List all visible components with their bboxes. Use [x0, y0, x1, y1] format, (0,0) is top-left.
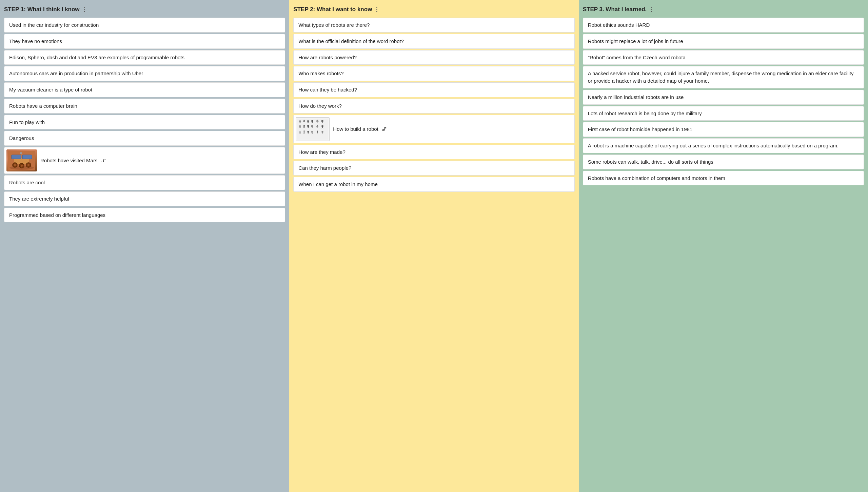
card-text: Fun to play with: [9, 119, 280, 126]
card-text: When I can get a robot in my home: [298, 181, 569, 188]
column-learned-title: STEP 3. What I learned.: [583, 6, 647, 13]
list-item: Edison, Sphero, dash and dot and EV3 are…: [4, 50, 285, 65]
svg-point-41: [300, 125, 301, 126]
list-item: They are extremely helpful: [4, 191, 285, 206]
attach-icon: 🖇: [101, 158, 106, 163]
mars-rover-image: [6, 149, 37, 171]
list-item: Some robots can walk, talk, drive... do …: [583, 155, 864, 169]
svg-rect-69: [304, 132, 305, 133]
svg-point-42: [303, 125, 305, 126]
list-item-mars: Robots have visited Mars 🖇: [4, 147, 285, 174]
list-item: Autonomous cars are in production in par…: [4, 66, 285, 81]
svg-rect-73: [308, 132, 309, 134]
svg-rect-24: [309, 122, 309, 123]
card-text: They are extremely helpful: [9, 195, 280, 203]
column-want-menu[interactable]: ⋮: [374, 6, 379, 13]
list-item: Who makes robots?: [293, 66, 574, 81]
card-text: Programmed based on different languages: [9, 211, 280, 219]
card-text: First case of robot homicide happened in…: [588, 126, 859, 133]
svg-point-54: [312, 126, 312, 126]
list-item: When I can get a robot in my home: [293, 177, 574, 192]
svg-rect-17: [301, 121, 301, 122]
card-text: "Robot" comes from the Czech word robota: [588, 54, 859, 61]
card-text: Robot ethics sounds HARD: [588, 21, 859, 29]
list-item: Fun to play with: [4, 115, 285, 130]
column-know-title: STEP 1: What I think I know: [4, 6, 80, 13]
card-text: They have no emotions: [9, 38, 280, 45]
svg-rect-60: [322, 125, 323, 127]
svg-rect-52: [311, 125, 313, 127]
column-know-menu[interactable]: ⋮: [82, 6, 87, 13]
card-text: Dangerous: [9, 135, 280, 142]
column-want-title: STEP 2: What I want to know: [293, 6, 372, 13]
attach-icon-robots: 🖇: [382, 126, 387, 132]
column-want-header: STEP 2: What I want to know ⋮: [293, 6, 574, 14]
svg-rect-64: [299, 131, 301, 132]
card-text: Some robots can walk, talk, drive... do …: [588, 158, 859, 166]
list-item: Can they harm people?: [293, 161, 574, 176]
svg-rect-29: [312, 123, 312, 123]
svg-point-31: [317, 120, 318, 121]
card-text: What is the official definition of the w…: [298, 38, 569, 45]
svg-rect-43: [304, 126, 305, 127]
column-learned-header: STEP 3. What I learned. ⋮: [583, 6, 864, 14]
list-item: How are they made?: [293, 145, 574, 160]
card-text: Nearly a million industrial robots are i…: [588, 94, 859, 101]
card-text: Autonomous cars are in production in par…: [9, 70, 280, 77]
card-text: Robots are cool: [9, 179, 280, 186]
card-text: A robot is a machine capable of carrying…: [588, 142, 859, 149]
svg-rect-30: [313, 123, 313, 123]
card-text: Can they harm people?: [298, 164, 569, 172]
svg-rect-15: [300, 122, 301, 123]
card-text: Who makes robots?: [298, 70, 569, 77]
list-item: Dangerous: [4, 131, 285, 146]
column-learned-menu[interactable]: ⋮: [649, 6, 654, 13]
card-text-mars: Robots have visited Mars: [40, 158, 97, 163]
svg-rect-35: [321, 120, 323, 122]
list-item: My vacuum cleaner is a type of robot: [4, 82, 285, 97]
svg-rect-51: [309, 125, 309, 126]
card-text: How do they work?: [298, 102, 569, 110]
list-item: What types of robots are there?: [293, 18, 574, 33]
svg-rect-59: [318, 126, 318, 127]
svg-rect-71: [304, 133, 305, 134]
svg-rect-63: [323, 128, 323, 128]
list-item: "Robot" comes from the Czech word robota: [583, 50, 864, 65]
list-item: Programmed based on different languages: [4, 208, 285, 223]
svg-rect-33: [316, 121, 317, 122]
svg-rect-72: [308, 131, 309, 132]
svg-rect-27: [312, 120, 313, 122]
svg-rect-53: [312, 127, 313, 128]
svg-rect-16: [299, 121, 300, 122]
svg-rect-50: [307, 125, 308, 126]
svg-rect-58: [316, 126, 317, 127]
svg-point-26: [309, 120, 309, 121]
svg-point-55: [313, 126, 313, 126]
svg-rect-65: [299, 132, 301, 134]
svg-point-40: [299, 125, 300, 126]
svg-rect-34: [318, 121, 319, 122]
svg-point-76: [317, 130, 318, 132]
svg-rect-14: [299, 120, 301, 122]
svg-rect-57: [317, 126, 318, 127]
svg-rect-36: [322, 122, 322, 123]
svg-rect-77: [317, 132, 318, 133]
svg-rect-23: [308, 122, 308, 123]
svg-rect-75: [312, 132, 313, 134]
svg-rect-48: [308, 125, 309, 127]
svg-point-8: [27, 164, 29, 166]
svg-point-18: [303, 120, 305, 121]
list-item: Robot ethics sounds HARD: [583, 18, 864, 33]
card-text: A hacked service robot, however, could i…: [588, 70, 859, 85]
column-learned: STEP 3. What I learned. ⋮ Robot ethics s…: [579, 0, 868, 492]
svg-rect-32: [317, 121, 318, 122]
list-item: They have no emotions: [4, 34, 285, 49]
svg-rect-49: [308, 127, 309, 128]
svg-rect-39: [299, 127, 301, 128]
card-text: How are they made?: [298, 148, 569, 156]
svg-rect-62: [322, 128, 322, 128]
card-text: Robots have a computer brain: [9, 102, 280, 110]
column-know: STEP 1: What I think I know ⋮ Used in th…: [0, 0, 289, 492]
svg-point-12: [20, 152, 22, 154]
list-item: Robots are cool: [4, 175, 285, 190]
